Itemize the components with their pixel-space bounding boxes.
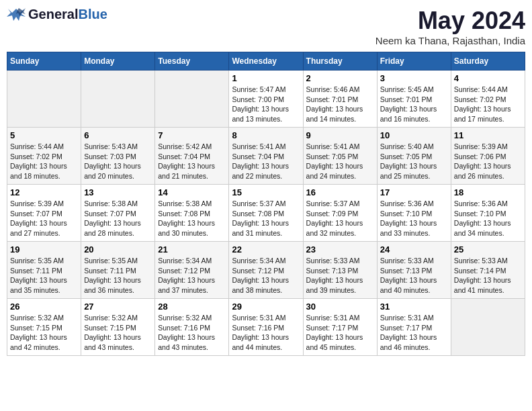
- calendar-cell: 6Sunrise: 5:43 AM Sunset: 7:03 PM Daylig…: [81, 128, 155, 185]
- day-info: Sunrise: 5:31 AM Sunset: 7:17 PM Dayligh…: [380, 313, 448, 353]
- calendar-week-5: 26Sunrise: 5:32 AM Sunset: 7:15 PM Dayli…: [7, 299, 525, 356]
- calendar-cell: 9Sunrise: 5:41 AM Sunset: 7:05 PM Daylig…: [303, 128, 377, 185]
- day-number: 14: [158, 187, 226, 197]
- day-info: Sunrise: 5:38 AM Sunset: 7:08 PM Dayligh…: [158, 199, 226, 238]
- calendar-cell: 8Sunrise: 5:41 AM Sunset: 7:04 PM Daylig…: [229, 128, 303, 185]
- day-info: Sunrise: 5:39 AM Sunset: 7:07 PM Dayligh…: [10, 199, 78, 238]
- day-info: Sunrise: 5:44 AM Sunset: 7:02 PM Dayligh…: [454, 85, 522, 124]
- column-header-monday: Monday: [81, 52, 155, 71]
- day-info: Sunrise: 5:42 AM Sunset: 7:04 PM Dayligh…: [158, 142, 226, 181]
- day-info: Sunrise: 5:37 AM Sunset: 7:09 PM Dayligh…: [306, 199, 374, 238]
- day-info: Sunrise: 5:31 AM Sunset: 7:17 PM Dayligh…: [306, 313, 374, 353]
- day-number: 22: [232, 244, 300, 255]
- day-number: 3: [380, 73, 448, 83]
- column-header-saturday: Saturday: [451, 52, 525, 71]
- calendar-cell: 7Sunrise: 5:42 AM Sunset: 7:04 PM Daylig…: [155, 128, 229, 185]
- day-info: Sunrise: 5:41 AM Sunset: 7:04 PM Dayligh…: [232, 142, 300, 181]
- calendar-cell: 15Sunrise: 5:37 AM Sunset: 7:08 PM Dayli…: [229, 185, 303, 242]
- calendar-cell: [81, 71, 155, 128]
- calendar-cell: 3Sunrise: 5:45 AM Sunset: 7:01 PM Daylig…: [377, 71, 451, 128]
- day-info: Sunrise: 5:33 AM Sunset: 7:14 PM Dayligh…: [454, 256, 522, 295]
- column-header-tuesday: Tuesday: [155, 52, 229, 71]
- day-info: Sunrise: 5:31 AM Sunset: 7:16 PM Dayligh…: [232, 313, 300, 353]
- logo-blue-text: Blue: [78, 7, 107, 21]
- day-number: 10: [380, 130, 448, 140]
- calendar-table: SundayMondayTuesdayWednesdayThursdayFrid…: [7, 52, 525, 356]
- calendar-cell: 5Sunrise: 5:44 AM Sunset: 7:02 PM Daylig…: [7, 128, 81, 185]
- day-number: 23: [306, 244, 374, 255]
- day-info: Sunrise: 5:35 AM Sunset: 7:11 PM Dayligh…: [10, 256, 78, 295]
- calendar-cell: 28Sunrise: 5:32 AM Sunset: 7:16 PM Dayli…: [155, 299, 229, 356]
- day-number: 15: [232, 187, 300, 197]
- day-number: 12: [10, 187, 78, 197]
- day-info: Sunrise: 5:32 AM Sunset: 7:15 PM Dayligh…: [10, 313, 78, 353]
- column-header-wednesday: Wednesday: [229, 52, 303, 71]
- day-info: Sunrise: 5:38 AM Sunset: 7:07 PM Dayligh…: [84, 199, 152, 238]
- day-info: Sunrise: 5:43 AM Sunset: 7:03 PM Dayligh…: [84, 142, 152, 181]
- calendar-cell: 26Sunrise: 5:32 AM Sunset: 7:15 PM Dayli…: [7, 299, 81, 356]
- calendar-cell: 17Sunrise: 5:36 AM Sunset: 7:10 PM Dayli…: [377, 185, 451, 242]
- svg-marker-0: [7, 9, 26, 21]
- calendar-cell: 12Sunrise: 5:39 AM Sunset: 7:07 PM Dayli…: [7, 185, 81, 242]
- day-number: 27: [84, 302, 152, 312]
- calendar-cell: 10Sunrise: 5:40 AM Sunset: 7:05 PM Dayli…: [377, 128, 451, 185]
- column-header-thursday: Thursday: [303, 52, 377, 71]
- day-number: 1: [232, 73, 300, 83]
- calendar-cell: 22Sunrise: 5:34 AM Sunset: 7:12 PM Dayli…: [229, 242, 303, 299]
- day-number: 6: [84, 130, 152, 140]
- day-info: Sunrise: 5:32 AM Sunset: 7:16 PM Dayligh…: [158, 313, 226, 353]
- calendar-week-4: 19Sunrise: 5:35 AM Sunset: 7:11 PM Dayli…: [7, 242, 525, 299]
- calendar-cell: 11Sunrise: 5:39 AM Sunset: 7:06 PM Dayli…: [451, 128, 525, 185]
- calendar-cell: 20Sunrise: 5:35 AM Sunset: 7:11 PM Dayli…: [81, 242, 155, 299]
- day-number: 11: [454, 130, 522, 140]
- day-number: 2: [306, 73, 374, 83]
- day-info: Sunrise: 5:46 AM Sunset: 7:01 PM Dayligh…: [306, 85, 374, 124]
- calendar-cell: 13Sunrise: 5:38 AM Sunset: 7:07 PM Dayli…: [81, 185, 155, 242]
- day-info: Sunrise: 5:39 AM Sunset: 7:06 PM Dayligh…: [454, 142, 522, 181]
- day-number: 5: [10, 130, 78, 140]
- calendar-cell: 1Sunrise: 5:47 AM Sunset: 7:00 PM Daylig…: [229, 71, 303, 128]
- calendar-week-3: 12Sunrise: 5:39 AM Sunset: 7:07 PM Dayli…: [7, 185, 525, 242]
- day-info: Sunrise: 5:32 AM Sunset: 7:15 PM Dayligh…: [84, 313, 152, 353]
- calendar-cell: 16Sunrise: 5:37 AM Sunset: 7:09 PM Dayli…: [303, 185, 377, 242]
- calendar-cell: [155, 71, 229, 128]
- day-number: 9: [306, 130, 374, 140]
- calendar-cell: [451, 299, 525, 356]
- calendar-week-2: 5Sunrise: 5:44 AM Sunset: 7:02 PM Daylig…: [7, 128, 525, 185]
- calendar-cell: 31Sunrise: 5:31 AM Sunset: 7:17 PM Dayli…: [377, 299, 451, 356]
- logo: GeneralBlue: [7, 7, 107, 22]
- calendar-header-row: SundayMondayTuesdayWednesdayThursdayFrid…: [7, 52, 525, 71]
- day-number: 25: [454, 244, 522, 255]
- logo-general-text: General: [28, 7, 78, 21]
- day-number: 29: [232, 302, 300, 312]
- title-section: May 2024 Neem ka Thana, Rajasthan, India: [375, 7, 525, 46]
- day-number: 28: [158, 302, 226, 312]
- day-info: Sunrise: 5:36 AM Sunset: 7:10 PM Dayligh…: [380, 199, 448, 238]
- column-header-friday: Friday: [377, 52, 451, 71]
- day-info: Sunrise: 5:40 AM Sunset: 7:05 PM Dayligh…: [380, 142, 448, 181]
- day-info: Sunrise: 5:41 AM Sunset: 7:05 PM Dayligh…: [306, 142, 374, 181]
- day-info: Sunrise: 5:37 AM Sunset: 7:08 PM Dayligh…: [232, 199, 300, 238]
- day-number: 18: [454, 187, 522, 197]
- day-info: Sunrise: 5:33 AM Sunset: 7:13 PM Dayligh…: [380, 256, 448, 295]
- day-info: Sunrise: 5:45 AM Sunset: 7:01 PM Dayligh…: [380, 85, 448, 124]
- day-number: 17: [380, 187, 448, 197]
- day-info: Sunrise: 5:47 AM Sunset: 7:00 PM Dayligh…: [232, 85, 300, 124]
- calendar-cell: 27Sunrise: 5:32 AM Sunset: 7:15 PM Dayli…: [81, 299, 155, 356]
- day-number: 21: [158, 244, 226, 255]
- calendar-cell: 25Sunrise: 5:33 AM Sunset: 7:14 PM Dayli…: [451, 242, 525, 299]
- day-number: 24: [380, 244, 448, 255]
- day-number: 4: [454, 73, 522, 83]
- calendar-cell: 18Sunrise: 5:36 AM Sunset: 7:10 PM Dayli…: [451, 185, 525, 242]
- day-info: Sunrise: 5:44 AM Sunset: 7:02 PM Dayligh…: [10, 142, 78, 181]
- day-number: 13: [84, 187, 152, 197]
- calendar-cell: 2Sunrise: 5:46 AM Sunset: 7:01 PM Daylig…: [303, 71, 377, 128]
- day-info: Sunrise: 5:33 AM Sunset: 7:13 PM Dayligh…: [306, 256, 374, 295]
- day-number: 7: [158, 130, 226, 140]
- calendar-cell: 29Sunrise: 5:31 AM Sunset: 7:16 PM Dayli…: [229, 299, 303, 356]
- day-number: 30: [306, 302, 374, 312]
- calendar-cell: 21Sunrise: 5:34 AM Sunset: 7:12 PM Dayli…: [155, 242, 229, 299]
- day-number: 20: [84, 244, 152, 255]
- calendar-week-1: 1Sunrise: 5:47 AM Sunset: 7:00 PM Daylig…: [7, 71, 525, 128]
- calendar-cell: 19Sunrise: 5:35 AM Sunset: 7:11 PM Dayli…: [7, 242, 81, 299]
